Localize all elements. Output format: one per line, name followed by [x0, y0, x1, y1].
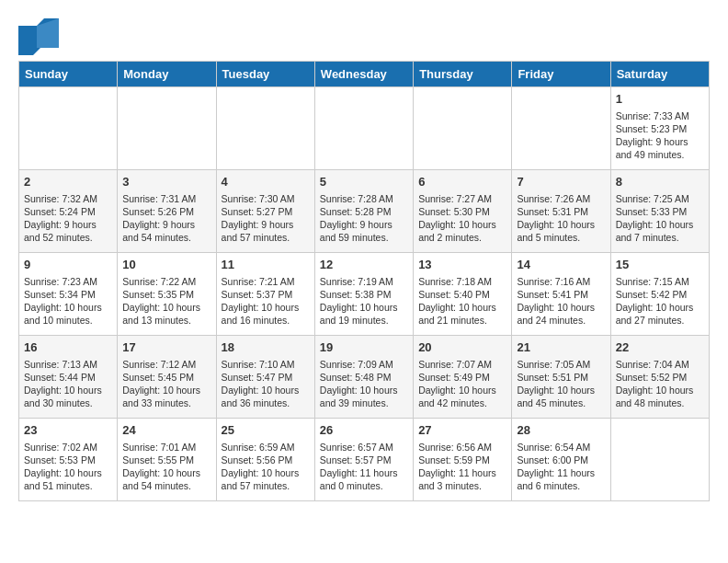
calendar-cell: 17Sunrise: 7:12 AM Sunset: 5:45 PM Dayli… [118, 336, 216, 419]
day-number: 23 [24, 422, 112, 439]
calendar-cell: 16Sunrise: 7:13 AM Sunset: 5:44 PM Dayli… [19, 336, 118, 419]
day-info: Sunrise: 7:01 AM Sunset: 5:55 PM Dayligh… [122, 441, 210, 493]
page-header [18, 18, 710, 52]
calendar-cell: 22Sunrise: 7:04 AM Sunset: 5:52 PM Dayli… [610, 336, 709, 419]
day-number: 8 [616, 174, 704, 190]
calendar-week-3: 9Sunrise: 7:23 AM Sunset: 5:34 PM Daylig… [19, 253, 710, 336]
day-info: Sunrise: 7:18 AM Sunset: 5:40 PM Dayligh… [418, 275, 506, 327]
calendar-header: SundayMondayTuesdayWednesdayThursdayFrid… [19, 62, 710, 87]
weekday-header-sunday: Sunday [19, 62, 118, 87]
day-info: Sunrise: 7:32 AM Sunset: 5:24 PM Dayligh… [24, 192, 112, 245]
day-number: 10 [122, 257, 210, 273]
day-number: 5 [320, 174, 408, 190]
day-number: 18 [222, 339, 310, 356]
calendar-cell [512, 87, 610, 170]
calendar-table: SundayMondayTuesdayWednesdayThursdayFrid… [18, 61, 710, 501]
calendar-cell: 27Sunrise: 6:56 AM Sunset: 5:59 PM Dayli… [414, 419, 512, 501]
day-info: Sunrise: 7:27 AM Sunset: 5:30 PM Dayligh… [418, 192, 506, 245]
day-number: 26 [320, 422, 408, 439]
day-info: Sunrise: 7:07 AM Sunset: 5:49 PM Dayligh… [418, 358, 506, 410]
calendar-cell: 11Sunrise: 7:21 AM Sunset: 5:37 PM Dayli… [216, 253, 314, 336]
calendar-cell: 18Sunrise: 7:10 AM Sunset: 5:47 PM Dayli… [216, 336, 314, 419]
day-info: Sunrise: 6:57 AM Sunset: 5:57 PM Dayligh… [320, 441, 408, 493]
day-number: 27 [418, 422, 506, 439]
day-info: Sunrise: 7:16 AM Sunset: 5:41 PM Dayligh… [517, 275, 605, 327]
day-number: 17 [122, 339, 210, 356]
day-number: 21 [517, 339, 605, 356]
day-info: Sunrise: 7:28 AM Sunset: 5:28 PM Dayligh… [320, 192, 408, 245]
calendar-cell: 25Sunrise: 6:59 AM Sunset: 5:56 PM Dayli… [216, 419, 314, 501]
day-number: 14 [517, 257, 605, 273]
calendar-cell: 7Sunrise: 7:26 AM Sunset: 5:31 PM Daylig… [512, 170, 610, 253]
day-number: 24 [122, 422, 210, 439]
day-number: 19 [320, 339, 408, 356]
calendar-cell: 2Sunrise: 7:32 AM Sunset: 5:24 PM Daylig… [19, 170, 118, 253]
calendar-week-1: 1Sunrise: 7:33 AM Sunset: 5:23 PM Daylig… [19, 87, 710, 170]
calendar-cell: 21Sunrise: 7:05 AM Sunset: 5:51 PM Dayli… [512, 336, 610, 419]
day-info: Sunrise: 7:15 AM Sunset: 5:42 PM Dayligh… [616, 275, 704, 327]
calendar-week-5: 23Sunrise: 7:02 AM Sunset: 5:53 PM Dayli… [19, 419, 710, 501]
day-number: 1 [616, 91, 704, 108]
day-info: Sunrise: 7:09 AM Sunset: 5:48 PM Dayligh… [320, 358, 408, 410]
calendar-cell: 20Sunrise: 7:07 AM Sunset: 5:49 PM Dayli… [414, 336, 512, 419]
calendar-cell: 24Sunrise: 7:01 AM Sunset: 5:55 PM Dayli… [118, 419, 216, 501]
day-number: 12 [320, 257, 408, 273]
day-info: Sunrise: 7:33 AM Sunset: 5:23 PM Dayligh… [616, 109, 704, 162]
calendar-cell: 10Sunrise: 7:22 AM Sunset: 5:35 PM Dayli… [118, 253, 216, 336]
weekday-header-friday: Friday [512, 62, 610, 87]
day-info: Sunrise: 7:31 AM Sunset: 5:26 PM Dayligh… [122, 192, 210, 245]
calendar-cell: 15Sunrise: 7:15 AM Sunset: 5:42 PM Dayli… [610, 253, 709, 336]
day-info: Sunrise: 6:59 AM Sunset: 5:56 PM Dayligh… [222, 441, 310, 493]
calendar-cell: 4Sunrise: 7:30 AM Sunset: 5:27 PM Daylig… [216, 170, 314, 253]
day-info: Sunrise: 7:30 AM Sunset: 5:27 PM Dayligh… [222, 192, 310, 245]
day-number: 13 [418, 257, 506, 273]
calendar-cell: 12Sunrise: 7:19 AM Sunset: 5:38 PM Dayli… [314, 253, 413, 336]
day-number: 15 [616, 257, 704, 273]
day-info: Sunrise: 6:56 AM Sunset: 5:59 PM Dayligh… [418, 441, 506, 493]
day-number: 28 [517, 422, 605, 439]
day-info: Sunrise: 7:26 AM Sunset: 5:31 PM Dayligh… [517, 192, 605, 245]
calendar-cell [610, 419, 709, 501]
logo-icon [18, 18, 55, 52]
day-info: Sunrise: 7:05 AM Sunset: 5:51 PM Dayligh… [517, 358, 605, 410]
day-number: 16 [24, 339, 112, 356]
day-info: Sunrise: 6:54 AM Sunset: 6:00 PM Dayligh… [517, 441, 605, 493]
calendar-cell: 19Sunrise: 7:09 AM Sunset: 5:48 PM Dayli… [314, 336, 413, 419]
logo [18, 18, 59, 52]
calendar-cell: 26Sunrise: 6:57 AM Sunset: 5:57 PM Dayli… [314, 419, 413, 501]
calendar-cell: 14Sunrise: 7:16 AM Sunset: 5:41 PM Dayli… [512, 253, 610, 336]
day-info: Sunrise: 7:13 AM Sunset: 5:44 PM Dayligh… [24, 358, 112, 410]
day-info: Sunrise: 7:04 AM Sunset: 5:52 PM Dayligh… [616, 358, 704, 410]
calendar-cell [314, 87, 413, 170]
weekday-header-row: SundayMondayTuesdayWednesdayThursdayFrid… [19, 62, 710, 87]
calendar-cell: 1Sunrise: 7:33 AM Sunset: 5:23 PM Daylig… [610, 87, 709, 170]
calendar-cell [216, 87, 314, 170]
day-number: 20 [418, 339, 506, 356]
day-number: 6 [418, 174, 506, 190]
calendar-cell: 5Sunrise: 7:28 AM Sunset: 5:28 PM Daylig… [314, 170, 413, 253]
calendar-cell [118, 87, 216, 170]
day-info: Sunrise: 7:02 AM Sunset: 5:53 PM Dayligh… [24, 441, 112, 493]
day-number: 2 [24, 174, 112, 190]
day-number: 7 [517, 174, 605, 190]
calendar-cell: 6Sunrise: 7:27 AM Sunset: 5:30 PM Daylig… [414, 170, 512, 253]
weekday-header-saturday: Saturday [610, 62, 709, 87]
weekday-header-monday: Monday [118, 62, 216, 87]
day-number: 3 [122, 174, 210, 190]
day-info: Sunrise: 7:23 AM Sunset: 5:34 PM Dayligh… [24, 275, 112, 327]
calendar-cell [414, 87, 512, 170]
calendar-cell: 9Sunrise: 7:23 AM Sunset: 5:34 PM Daylig… [19, 253, 118, 336]
calendar-cell: 28Sunrise: 6:54 AM Sunset: 6:00 PM Dayli… [512, 419, 610, 501]
day-info: Sunrise: 7:22 AM Sunset: 5:35 PM Dayligh… [122, 275, 210, 327]
calendar-cell: 13Sunrise: 7:18 AM Sunset: 5:40 PM Dayli… [414, 253, 512, 336]
day-number: 11 [222, 257, 310, 273]
weekday-header-wednesday: Wednesday [314, 62, 413, 87]
day-number: 22 [616, 339, 704, 356]
day-info: Sunrise: 7:25 AM Sunset: 5:33 PM Dayligh… [616, 192, 704, 245]
day-info: Sunrise: 7:10 AM Sunset: 5:47 PM Dayligh… [222, 358, 310, 410]
day-number: 4 [222, 174, 310, 190]
calendar-cell: 8Sunrise: 7:25 AM Sunset: 5:33 PM Daylig… [610, 170, 709, 253]
day-info: Sunrise: 7:19 AM Sunset: 5:38 PM Dayligh… [320, 275, 408, 327]
calendar-cell: 3Sunrise: 7:31 AM Sunset: 5:26 PM Daylig… [118, 170, 216, 253]
calendar-body: 1Sunrise: 7:33 AM Sunset: 5:23 PM Daylig… [19, 87, 710, 501]
